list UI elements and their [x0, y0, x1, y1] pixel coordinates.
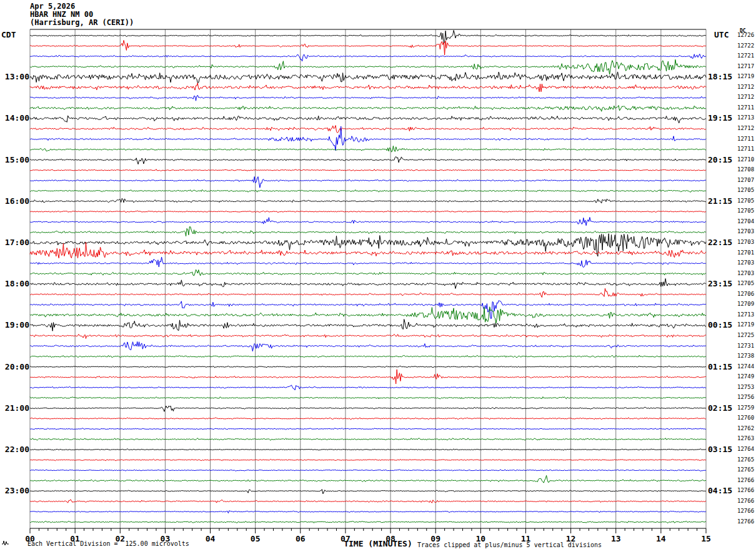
- trace-row-green: [30, 475, 706, 483]
- dc-offset-value: 12705: [737, 198, 754, 204]
- trace-row-green: [30, 307, 706, 323]
- trace-row-red: [30, 243, 706, 258]
- dc-offset-value: 12704: [737, 219, 754, 224]
- trace-row-green: [30, 438, 706, 441]
- scale-note: Each Vertical Division = 125.00 microvol…: [27, 540, 189, 547]
- dc-offset-value: 12707: [737, 178, 754, 183]
- dc-offset-value: 12721: [737, 53, 754, 59]
- cdt-time-1500: 15:00: [1, 156, 29, 164]
- trace-row-green: [30, 106, 706, 112]
- trace-row-blue: [30, 470, 706, 471]
- utc-time-2315: 23:15: [708, 280, 738, 288]
- trace-row-red: [30, 41, 706, 56]
- dc-offset-value: 12766: [737, 488, 754, 493]
- utc-time-0315: 03:15: [708, 445, 738, 454]
- trace-row-black: [30, 320, 706, 331]
- trace-row-black: [30, 198, 706, 203]
- cdt-time-1300: 13:00: [1, 73, 29, 81]
- dc-offset-value: 12719: [737, 74, 754, 79]
- dc-offset-value: 12709: [737, 301, 754, 307]
- trace-row-green: [30, 59, 706, 74]
- minute-label-15: 15: [701, 534, 711, 543]
- trace-row-blue: [30, 95, 706, 101]
- utc-time-1815: 18:15: [708, 73, 738, 81]
- dc-offset-value: 12712: [737, 126, 754, 131]
- trace-row-green: [30, 146, 706, 152]
- utc-time-2215: 22:15: [708, 238, 738, 247]
- trace-row-blue: [30, 385, 706, 390]
- dc-offset-value: 12744: [737, 364, 754, 370]
- trace-row-green: [30, 355, 706, 358]
- dc-offset-value: 12713: [737, 312, 754, 318]
- minute-label-14: 14: [656, 534, 666, 543]
- dc-offset-value: 12766: [737, 519, 754, 525]
- trace-row-red: [30, 83, 706, 92]
- trace-row-green: [30, 227, 706, 236]
- clip-note: Traces clipped at plus/minus 5 vertical …: [417, 541, 602, 548]
- utc-time-0015: 00:15: [708, 321, 738, 330]
- dc-offset-value: 12766: [737, 508, 754, 514]
- dc-offset-value: 12705: [737, 208, 754, 214]
- trace-row-black: [30, 72, 706, 83]
- dc-offset-value: 12703: [737, 260, 754, 266]
- utc-time-0215: 02:15: [708, 404, 738, 413]
- seismogram-plot: [0, 0, 756, 554]
- cdt-time-1800: 18:00: [1, 280, 29, 288]
- dc-offset-value: 12711: [737, 136, 754, 142]
- dc-offset-value: 12766: [737, 478, 754, 483]
- trace-row-green: [30, 269, 706, 276]
- utc-time-1915: 19:15: [708, 114, 738, 123]
- dc-offset-value: 12703: [737, 229, 754, 234]
- utc-time-2015: 20:15: [708, 156, 738, 164]
- dc-offset-value: 12764: [737, 446, 754, 452]
- trace-row-blue: [30, 54, 706, 61]
- trace-row-red: [30, 370, 706, 384]
- dc-offset-value: 12726: [737, 33, 754, 38]
- cdt-time-2300: 23:00: [1, 486, 29, 495]
- trace-row-red: [30, 418, 706, 420]
- trace-row-black: [30, 406, 706, 411]
- dc-offset-value: 12711: [737, 105, 754, 111]
- trace-row-red: [30, 288, 706, 297]
- dc-offset-value: 12701: [737, 250, 754, 256]
- dc-offset-value: 12738: [737, 353, 754, 359]
- dc-offset-value: 12763: [737, 436, 754, 441]
- dc-offset-value: 12722: [737, 43, 754, 49]
- cdt-time-2000: 20:00: [1, 363, 29, 371]
- minute-label-13: 13: [611, 534, 621, 543]
- utc-time-0415: 04:15: [708, 486, 738, 495]
- corner-mark: [1, 538, 26, 554]
- trace-row-blue: [30, 511, 706, 513]
- dc-offset-value: 12762: [737, 426, 754, 431]
- dc-offset-value: 12753: [737, 385, 754, 390]
- dc-offset-value: 12766: [737, 498, 754, 504]
- trace-row-red: [30, 126, 706, 133]
- dc-offset-value: 12749: [737, 374, 754, 380]
- trace-row-red: [30, 459, 706, 461]
- dc-offset-value: 12705: [737, 281, 754, 286]
- cdt-time-2100: 21:00: [1, 404, 29, 413]
- dc-offset-value: 12756: [737, 395, 754, 400]
- trace-row-red: [30, 169, 706, 171]
- cdt-time-1700: 17:00: [1, 238, 29, 247]
- minute-label-05: 05: [251, 534, 261, 543]
- dc-offset-value: 12760: [737, 415, 754, 421]
- utc-time-2115: 21:15: [708, 197, 738, 206]
- trace-row-green: [30, 397, 706, 400]
- trace-row-red: [30, 211, 706, 213]
- dc-offset-value: 12711: [737, 146, 754, 152]
- trace-row-green: [30, 189, 706, 192]
- dc-offset-value: 12712: [737, 84, 754, 90]
- dc-offset-value: 12712: [737, 94, 754, 100]
- dc-offset-value: 12731: [737, 343, 754, 349]
- dc-offset-value: 12725: [737, 333, 754, 338]
- dc-offset-value: 12717: [737, 64, 754, 69]
- dc-offset-value: 12710: [737, 157, 754, 163]
- trace-row-blue: [30, 126, 706, 151]
- trace-row-black: [30, 279, 706, 289]
- dc-offset-value: 12719: [737, 322, 754, 328]
- cdt-time-1900: 19:00: [1, 321, 29, 330]
- minute-label-06: 06: [296, 534, 306, 543]
- trace-row-blue: [30, 257, 706, 268]
- trace-row-black: [30, 116, 706, 123]
